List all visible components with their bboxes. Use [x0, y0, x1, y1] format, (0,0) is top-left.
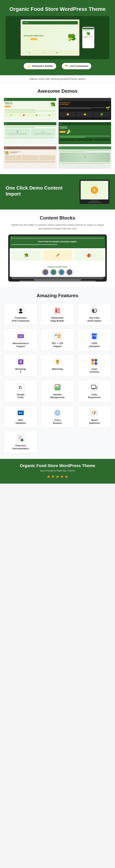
- team-avatar: 👤: [50, 269, 57, 275]
- monitor-base: [88, 202, 101, 203]
- demo-header: [59, 146, 111, 149]
- one-click-text: One Click Demo Content Import: [6, 185, 76, 198]
- svg-rect-25: [91, 362, 94, 365]
- star-5: ★: [65, 474, 68, 479]
- monitor-screen: 🥦 ⬇: [80, 181, 108, 199]
- svg-text:Tt: Tt: [18, 385, 22, 390]
- svg-point-45: [94, 413, 95, 414]
- demo-hero: Choose thehealthy food. Shop Now 🥦: [4, 101, 56, 108]
- feature-bootstrap: B Bootstrap5: [4, 354, 38, 377]
- star-4: ★: [60, 474, 64, 479]
- google-fonts-label: GoogleFonts: [17, 393, 24, 399]
- svg-text:A: A: [55, 334, 57, 336]
- svg-rect-26: [95, 362, 97, 365]
- demo-thumb-1[interactable]: Choose thehealthy food. Shop Now 🥦 🥕 🍎 🌿…: [4, 98, 56, 120]
- feature-documentation: i ExtensiveDocumentation: [4, 431, 38, 453]
- svg-rect-23: [91, 359, 94, 362]
- mailchimp-label: Mailchimp: [52, 368, 63, 371]
- svg-rect-32: [93, 389, 94, 389]
- color-schemes-icon: [90, 358, 99, 366]
- elementor-label: ElemenntorPage Builder: [51, 317, 64, 322]
- customizer-icon: [16, 306, 25, 315]
- demo-header: [59, 122, 111, 125]
- rtl-icon: A Aa: [53, 332, 62, 341]
- laptop-team-section: Awesome Devoted Team 👤 👤 👤 👤: [10, 265, 105, 277]
- header-mockup: Choose the healthy food. Shop Now 🥦 🌿 🥕 …: [6, 16, 109, 59]
- laptop-mockup: Farm fresh for people choosing organic 🥦…: [8, 235, 107, 282]
- awesome-demos-section: Awesome Demos Choose thehealthy food. Sh…: [0, 83, 115, 174]
- star-1: ★: [47, 474, 50, 479]
- demo-thumb-4[interactable]: Choose thehealthy food. Order Now 🥬: [59, 122, 111, 144]
- feature-css3: CSS3 CSS3Animation: [77, 329, 111, 351]
- svg-rect-24: [95, 359, 97, 362]
- screen-tag: 🧄: [64, 51, 77, 54]
- svg-rect-3: [58, 308, 60, 309]
- hero-veggie: 🥦: [68, 34, 76, 41]
- feature-responsive: FullyResponsive: [77, 380, 111, 402]
- svg-rect-33: [92, 389, 95, 389]
- css3-icon: CSS3: [90, 332, 99, 341]
- parallax-icon: [53, 383, 62, 392]
- header-title: Organic Food Store WordPress Theme: [7, 6, 108, 12]
- demos-grid: Choose thehealthy food. Shop Now 🥦 🥕 🍎 🌿…: [4, 98, 111, 168]
- awesome-demos-title: Awesome Demos: [4, 88, 111, 94]
- demo-header: [59, 98, 111, 101]
- w3c-label: W3CValidation: [15, 419, 26, 425]
- demo-thumb-2[interactable]: STAY HEALTHY &EAT ORGANIC 🌱 🧅 🍋 🥦: [59, 98, 111, 120]
- monitor: 🥦 ⬇: [79, 180, 109, 204]
- customizer-badge: 👁 Live Customizer: [62, 63, 91, 69]
- demo-header: [4, 146, 56, 149]
- svg-rect-31: [91, 385, 96, 389]
- demo-thumb-5[interactable]: 🧑‍🌾: [4, 146, 56, 168]
- nav-dot: [25, 22, 26, 23]
- mobile-btn-line: [83, 37, 87, 38]
- team-avatar: 👤: [66, 269, 73, 275]
- demo-farm-content: 🧑‍🌾: [4, 149, 56, 163]
- features-section: Amazing Features CustomizerKirki Framewo…: [0, 287, 115, 459]
- features-grid: CustomizerKirki Framework ElemenntorPage…: [4, 303, 111, 453]
- mailchimp-icon: [53, 358, 62, 366]
- woocommerce-icon: WOO: [16, 332, 25, 341]
- footer-stars: ★ ★ ★ ★ ★: [4, 474, 111, 479]
- laptop-top-bar: Farm fresh for people choosing organic: [10, 236, 105, 248]
- laptop-card-2: 🥕: [42, 250, 72, 261]
- content-blocks-desc: Ogenix has the ability to combine variou…: [11, 223, 104, 231]
- footer-section: Organic Food Store WordPress Theme Don't…: [0, 459, 115, 484]
- demo-thumb-6[interactable]: 📍: [59, 146, 111, 168]
- svg-rect-4: [58, 310, 60, 311]
- svg-rect-5: [58, 312, 60, 313]
- feature-parallax: ParallaxBackgrounds: [41, 380, 74, 402]
- screen-hero: Choose the healthy food. Shop Now 🥦: [22, 26, 78, 50]
- demo-thumb-3[interactable]: 🥤 🍵: [4, 122, 56, 144]
- google-fonts-icon: Tt: [16, 383, 25, 392]
- mobile-nav: [83, 28, 94, 29]
- demo-dot: [5, 99, 6, 100]
- mobile-line: [83, 30, 93, 30]
- star-3: ★: [55, 474, 60, 479]
- monitor-stand: [91, 199, 98, 202]
- one-click-section: One Click Demo Content Import 🥦 ⬇: [0, 174, 115, 210]
- speed-icon: [90, 408, 99, 417]
- elementor-icon: [53, 306, 62, 315]
- demo-light-content: 🥤 🍵: [4, 125, 56, 140]
- feature-color-schemes: ColorSchemes: [77, 354, 111, 377]
- header-section: Organic Food Store WordPress Theme Choos…: [0, 0, 115, 75]
- elementor-icon: ⚡: [27, 64, 31, 68]
- screen-tag: 🍎: [50, 51, 64, 54]
- screen-tag: 🌿: [23, 51, 36, 54]
- woocommerce-label: WoocommerceSupport: [13, 342, 29, 348]
- cross-browser-label: CrossBrowser: [53, 419, 62, 425]
- hero-button: Shop Now: [31, 38, 37, 40]
- svg-rect-35: [96, 387, 97, 389]
- download-icon: ⬇: [91, 186, 98, 194]
- laptop-preview: Choose the healthy food. Shop Now 🥦 🌿 🥕 …: [20, 19, 80, 56]
- mobile-line: [83, 36, 93, 37]
- mobile-content: 🥦: [83, 29, 94, 39]
- laptop-bottom: 🥦 🥕 🍎: [10, 248, 105, 265]
- demo-dot: [6, 99, 7, 100]
- laptop-screen-content: Farm fresh for people choosing organic 🥦…: [10, 236, 105, 277]
- svg-point-0: [19, 309, 22, 311]
- demo-product: 🍎: [18, 114, 30, 117]
- feature-google-fonts: Tt GoogleFonts: [4, 380, 38, 402]
- css3-label: CSS3Animation: [89, 342, 100, 348]
